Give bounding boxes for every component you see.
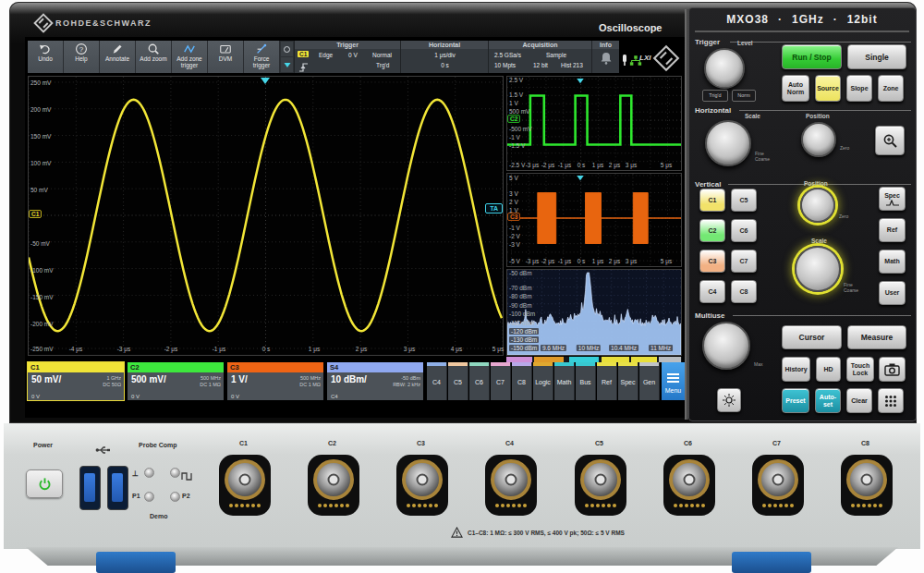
signal-button-gen[interactable]: Gen [639,362,660,400]
signal-button-math[interactable]: Math [554,362,575,400]
zoom-button[interactable] [875,126,905,155]
single-button[interactable]: Single [847,44,906,69]
usb-port-2[interactable] [107,466,128,510]
auto-norm-button[interactable]: Auto Norm [782,75,809,102]
channel-badge-c3[interactable]: C31 V/0 V500 MHzDC 1 MΩ [227,362,323,400]
trigger-level-tag[interactable]: TA [485,203,503,213]
bnc-connector-c3[interactable] [396,455,448,516]
signal-button-c7[interactable]: C7 [491,362,511,400]
menu-button[interactable]: Menu [662,362,685,400]
vertical-channel-c5-button[interactable]: C5 [731,189,757,212]
norm-indicator[interactable]: Norm [732,90,756,102]
app-drawer-button[interactable] [281,42,293,56]
zone-button[interactable]: Zone [878,75,904,102]
channel-c3-tag[interactable]: C3 [507,213,520,221]
toolbar-add-zone-trigger[interactable]: Add zone trigger [172,41,208,73]
axis-y-label: 250 mV [30,79,51,86]
spec-button[interactable]: Spec [879,187,906,211]
signal-button-c6[interactable]: C6 [469,362,490,400]
keypad-button[interactable] [878,388,904,413]
bnc-connector-c5[interactable] [575,455,626,516]
intensity-button[interactable] [717,388,741,412]
horizontal-scale-knob[interactable] [705,120,751,166]
status-horizontal[interactable]: Horizontal 1 μs/div 0 s [400,41,488,73]
s4-spectrum-panel[interactable]: -50 dBm-70 dBm-80 dBm-90 dBm-100 dBm-110… [506,269,682,356]
signal-button-ref[interactable]: Ref [597,362,617,400]
toolbar-undo[interactable]: Undo [28,41,64,73]
toolbar-dvm[interactable]: DVM [208,41,244,73]
signal-button-c8[interactable]: C8 [512,362,532,400]
channel-badge-c1[interactable]: C150 mV/0 V1 GHzDC 50Ω [28,362,124,400]
status-info[interactable]: Info [591,41,619,73]
trigger-position-marker-icon[interactable] [261,78,270,84]
toolbar-annotate[interactable]: Annotate [100,41,136,73]
cursor-button[interactable]: Cursor [782,325,842,349]
signal-button-spec[interactable]: Spec [618,362,638,400]
history-button[interactable]: History [782,357,810,382]
run-stop-button[interactable]: Run / Stop [782,44,842,69]
main-waveform-panel[interactable]: C1 TA 250 mV200 mV150 mV100 mV50 mV-50 m… [28,76,504,356]
c3-waveform-panel[interactable]: C3 5 V3 V2 V1 V-1 V-2 V-3 V-5 V-3 μs-2 μ… [506,173,682,267]
demo-p2-pin[interactable] [170,492,180,502]
signal-button-c5[interactable]: C5 [448,362,468,400]
hd-button[interactable]: HD [816,357,841,382]
toolbar-help[interactable]: ?Help [64,41,100,73]
vertical-channel-c4-button[interactable]: C4 [699,280,725,303]
vertical-channel-c7-button[interactable]: C7 [731,250,757,273]
vertical-channel-c1-button[interactable]: C1 [699,189,725,212]
probe-comp-gnd-pin[interactable] [144,468,154,478]
bnc-connector-c7[interactable] [752,455,804,516]
channel-c2-tag[interactable]: C2 [507,115,520,123]
signal-button-logic[interactable]: Logic [533,362,553,400]
status-trigger-header: Trigger [295,41,400,49]
math-button[interactable]: Math [879,250,906,274]
vertical-channel-c6-button[interactable]: C6 [731,219,757,242]
vertical-channel-c2-button[interactable]: C2 [699,219,725,242]
acq-rate: 2.5 GSa/s [494,52,521,58]
camera-button[interactable] [879,357,906,382]
signal-button-c4[interactable]: C4 [427,362,447,400]
vertical-channel-c8-button[interactable]: C8 [731,280,757,303]
channel-badge-s4[interactable]: S410 dBm/C4-50 dBmRBW: 2 kHz [327,362,423,400]
slope-button[interactable]: Slope [846,75,872,102]
bnc-connector-c8[interactable] [841,455,893,516]
channel-c1-tag[interactable]: C1 [29,210,42,218]
vertical-channel-c3-button[interactable]: C3 [699,250,725,273]
add-zoom-icon [136,43,171,55]
bnc-connector-c4[interactable] [485,455,537,516]
multiuse-knob[interactable] [702,322,750,370]
preset-button[interactable]: Preset [782,388,809,413]
bnc-connector-c2[interactable] [308,455,359,516]
signal-button-bus[interactable]: Bus [576,362,596,400]
touch-lock-button[interactable]: Touch Lock [846,357,874,382]
sidebar-toggle[interactable] [280,41,294,73]
bnc-connector-c6[interactable] [663,455,715,516]
clear-button[interactable]: Clear [846,388,872,413]
user-button[interactable]: User [879,281,906,305]
power-button[interactable] [26,469,63,498]
bnc-connector-c1[interactable] [219,455,271,516]
probe-comp-signal-pin[interactable] [170,468,180,478]
autoset-button[interactable]: Auto-set [815,388,841,413]
axis-x-label: 2 μs [609,162,620,168]
c2-waveform-panel[interactable]: C2 2.5 V1.5 V1 V500 mV-500 mV-1 V-1.5 V-… [506,76,682,171]
usb-port-1[interactable] [79,466,101,510]
badge-scale: 1 V/ [231,374,248,384]
voltage-warning: C1–C8: 1 MΩ: ≤ 300 V RMS, ≤ 400 V pk; 50… [451,527,625,538]
ref-button[interactable]: Ref [879,218,906,242]
demo-p1-pin[interactable] [144,492,154,502]
help-icon: ? [64,43,99,55]
toolbar-add-zoom[interactable]: Add zoom [136,41,172,73]
channel-badge-c2[interactable]: C2500 mV/0 V500 MHzDC 1 MΩ [128,362,224,400]
horizontal-position-knob[interactable] [801,122,836,157]
status-trigger[interactable]: Trigger C1 Edge 0 V Normal Trg'd [294,41,400,73]
vertical-scale-knob[interactable] [795,246,841,292]
toolbar-force-trigger[interactable]: Force trigger [244,41,280,73]
status-acquisition[interactable]: Acquisition 2.5 GSa/s Sample 10 Mpts 12 … [488,41,591,73]
collapse-button[interactable] [281,57,293,72]
measure-button[interactable]: Measure [847,325,906,349]
trigd-indicator[interactable]: Trig'd [702,90,728,102]
trigger-level-knob[interactable] [704,48,745,89]
source-button[interactable]: Source [815,75,841,102]
vertical-position-knob[interactable] [800,188,835,223]
